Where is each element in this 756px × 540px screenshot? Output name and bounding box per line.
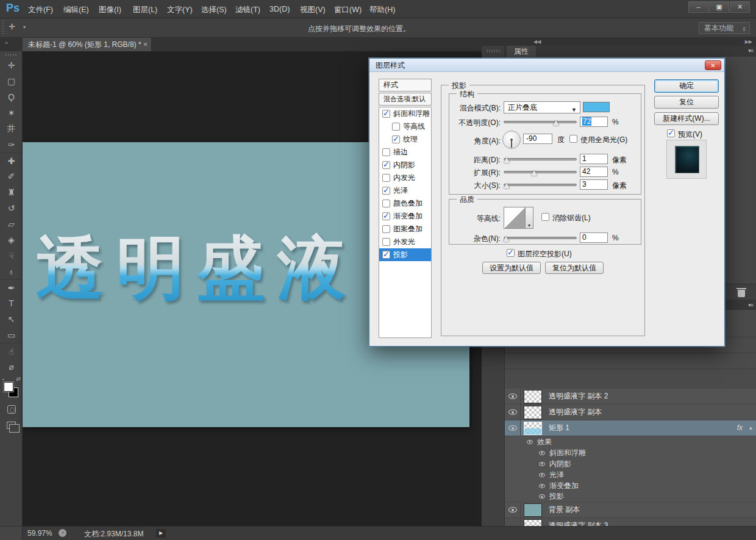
layer-row[interactable]: 透明盛液字 副本 xyxy=(505,405,756,420)
zoom-level[interactable]: 59.97% xyxy=(27,529,52,538)
eye-icon[interactable] xyxy=(539,494,545,499)
checkbox[interactable] xyxy=(382,225,390,233)
style-item-bevel-and-emboss[interactable]: 斜面和浮雕 xyxy=(379,107,431,120)
eye-icon[interactable] xyxy=(539,484,545,488)
reset-button[interactable]: 复位 xyxy=(654,96,719,109)
shadow-color-swatch[interactable] xyxy=(583,102,610,112)
anti-alias-checkbox[interactable] xyxy=(541,213,549,221)
eyedropper-tool[interactable]: ✑ xyxy=(0,137,23,153)
style-item-inner-glow[interactable]: 内发光 xyxy=(379,171,431,184)
use-global-light-checkbox[interactable] xyxy=(569,135,577,143)
checkbox[interactable] xyxy=(382,238,390,246)
slider-thumb[interactable] xyxy=(553,120,559,126)
eye-icon[interactable] xyxy=(539,462,545,466)
checkbox[interactable] xyxy=(382,187,390,195)
blend-mode-select[interactable]: 正片叠底 ▼ xyxy=(504,101,580,113)
eye-icon[interactable] xyxy=(539,451,545,455)
pen-tool[interactable]: ✒ xyxy=(0,279,23,295)
menu-edit[interactable]: 编辑(E) xyxy=(63,5,89,15)
checkbox[interactable] xyxy=(392,135,400,143)
move-tool-icon[interactable]: ✛ xyxy=(9,22,15,31)
brush-tool[interactable]: ✐ xyxy=(0,168,23,184)
checkbox[interactable] xyxy=(382,161,390,169)
checkbox[interactable] xyxy=(382,251,390,259)
hand-tool[interactable]: ☝ xyxy=(0,343,23,359)
checkbox[interactable] xyxy=(382,200,390,207)
minimize-button[interactable]: – xyxy=(688,1,708,13)
menu-layer[interactable]: 图层(L) xyxy=(133,5,157,15)
type-tool[interactable]: T xyxy=(0,295,23,311)
visibility-toggle[interactable] xyxy=(505,405,521,420)
visibility-toggle[interactable] xyxy=(505,502,521,518)
eye-icon[interactable] xyxy=(539,473,545,477)
menu-window[interactable]: 窗口(W) xyxy=(334,5,362,15)
style-item-contour[interactable]: 等高线 xyxy=(379,120,431,133)
style-item-inner-shadow[interactable]: 内阴影 xyxy=(379,159,431,171)
collapse-effects-icon[interactable]: ▲ xyxy=(748,425,754,431)
style-item-color-overlay[interactable]: 颜色叠加 xyxy=(379,197,431,210)
quick-mask-button[interactable] xyxy=(0,401,23,417)
lasso-tool[interactable]: Ϙ xyxy=(0,89,23,105)
maximize-button[interactable]: ▣ xyxy=(709,1,729,13)
spread-slider[interactable] xyxy=(504,170,577,178)
dialog-title-bar[interactable]: 图层样式 xyxy=(369,59,724,72)
menu-type[interactable]: 文字(Y) xyxy=(167,5,193,15)
blending-options-item[interactable]: 混合选项:默认 xyxy=(379,93,432,106)
effect-row-inner-shadow[interactable]: 内阴影 xyxy=(505,458,756,469)
effects-header-row[interactable]: 效果 xyxy=(505,436,756,447)
move-tool[interactable]: ✛ xyxy=(0,57,23,73)
opacity-slider[interactable] xyxy=(504,120,577,128)
slider-thumb[interactable] xyxy=(531,170,537,176)
set-default-button[interactable]: 设置为默认值 xyxy=(482,262,541,274)
default-colors-icon[interactable]: ▪ xyxy=(2,377,4,381)
effect-row-bevel[interactable]: 斜面和浮雕 xyxy=(505,447,756,458)
foreground-color-swatch[interactable] xyxy=(4,382,13,392)
layer-row[interactable]: 透明盛液字 副本 2 xyxy=(505,389,756,405)
eraser-tool[interactable]: ▱ xyxy=(0,216,23,232)
style-item-outer-glow[interactable]: 外发光 xyxy=(379,236,431,248)
style-item-gradient-overlay[interactable]: 渐变叠加 xyxy=(379,210,431,223)
checkbox[interactable] xyxy=(392,123,400,131)
status-more-icon[interactable]: ▶ xyxy=(156,529,166,538)
menu-select[interactable]: 选择(S) xyxy=(201,5,227,15)
layer-thumbnail[interactable] xyxy=(524,422,542,435)
crop-tool[interactable]: 井 xyxy=(0,121,23,137)
clone-stamp-tool[interactable]: ♜ xyxy=(0,184,23,200)
rectangle-tool[interactable]: ▭ xyxy=(0,327,23,343)
magic-wand-tool[interactable]: ✶ xyxy=(0,105,23,121)
dialog-close-button[interactable]: ✕ xyxy=(705,60,721,70)
style-item-satin[interactable]: 光泽 xyxy=(379,184,431,197)
paint-bucket-tool[interactable]: ◈ xyxy=(0,232,23,248)
visibility-toggle[interactable] xyxy=(505,389,521,405)
dodge-tool[interactable]: ♁ xyxy=(0,264,23,279)
document-tab-close-icon[interactable]: × xyxy=(143,38,148,51)
slider-thumb[interactable] xyxy=(503,236,509,242)
visibility-toggle[interactable] xyxy=(505,420,521,436)
new-style-button[interactable]: 新建样式(W)... xyxy=(654,112,719,125)
layer-thumbnail[interactable] xyxy=(524,390,542,403)
layer-row-selected[interactable]: 矩形 1 fx ▲ xyxy=(505,420,756,436)
effect-row-drop-shadow[interactable]: 投影 xyxy=(505,491,756,502)
workspace-switcher[interactable]: 基本功能 ⇕ xyxy=(699,22,750,34)
collapse-panels-icon[interactable]: ▶▶ xyxy=(745,39,752,45)
layer-knockout-checkbox[interactable] xyxy=(507,249,515,257)
swap-colors-icon[interactable]: ⇄ xyxy=(16,376,21,382)
eye-icon[interactable] xyxy=(527,440,533,444)
style-item-stroke[interactable]: 描边 xyxy=(379,146,431,159)
contour-dropdown-icon[interactable]: ▾ xyxy=(526,207,533,229)
menu-3d[interactable]: 3D(D) xyxy=(269,5,290,13)
layer-row[interactable]: 背景 副本 xyxy=(505,502,756,518)
preview-checkbox[interactable] xyxy=(667,129,675,137)
healing-brush-tool[interactable]: ✚ xyxy=(0,153,23,168)
distance-slider[interactable] xyxy=(504,157,577,165)
styles-header[interactable]: 样式 xyxy=(379,79,432,92)
size-input[interactable]: 3 xyxy=(580,179,608,190)
distance-input[interactable]: 1 xyxy=(580,154,608,164)
toolbar-collapse-icon[interactable]: » xyxy=(5,40,8,46)
checkbox[interactable] xyxy=(382,110,390,118)
noise-input[interactable]: 0 xyxy=(580,232,608,243)
menu-file[interactable]: 文件(F) xyxy=(28,5,53,15)
tool-preset-arrow-icon[interactable]: ▾ xyxy=(23,24,26,30)
angle-input[interactable]: -90 xyxy=(523,134,552,144)
path-select-tool[interactable]: ↖ xyxy=(0,311,23,327)
